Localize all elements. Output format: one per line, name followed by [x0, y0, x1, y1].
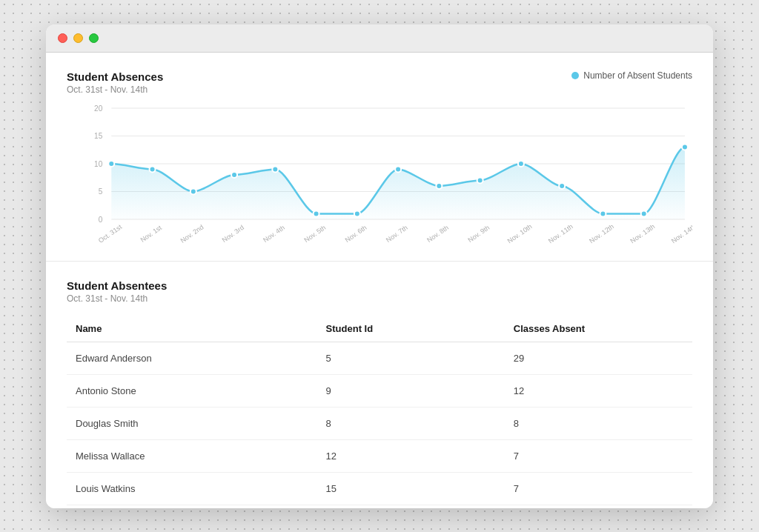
cell-classes-absent: 8 [505, 407, 692, 439]
table-title: Student Absentees [67, 279, 692, 292]
chart-legend: Number of Absent Students [571, 70, 692, 81]
table-row: Antonio Stone912 [67, 374, 692, 407]
svg-point-17 [395, 166, 401, 172]
svg-text:10: 10 [94, 160, 103, 168]
svg-text:Nov. 9th: Nov. 9th [467, 224, 491, 244]
col-header-id: Student Id [317, 316, 505, 342]
chart-section: Student Absences Oct. 31st - Nov. 14th N… [46, 53, 713, 262]
table-row: Douglas Smith88 [67, 407, 692, 439]
app-window: Student Absences Oct. 31st - Nov. 14th N… [46, 24, 713, 508]
svg-text:Nov. 13th: Nov. 13th [629, 222, 657, 245]
svg-text:Nov. 14th: Nov. 14th [670, 222, 692, 245]
svg-text:20: 20 [94, 104, 103, 113]
cell-classes-absent: 7 [505, 439, 692, 472]
svg-point-21 [559, 183, 565, 189]
cell-name: Antonio Stone [67, 374, 317, 407]
svg-text:Oct. 31st: Oct. 31st [97, 222, 124, 244]
cell-student-id: 8 [317, 407, 505, 439]
svg-point-23 [641, 210, 647, 216]
col-header-absent: Classes Absent [505, 316, 692, 342]
svg-text:Nov. 4th: Nov. 4th [262, 224, 286, 244]
col-header-name: Name [67, 316, 317, 342]
cell-classes-absent: 29 [505, 342, 692, 374]
table-wrapper[interactable]: Name Student Id Classes Absent Edward An… [67, 316, 692, 508]
svg-text:Nov. 8th: Nov. 8th [425, 224, 450, 244]
cell-name: Judith Mendoza [67, 505, 317, 508]
svg-text:Nov. 1st: Nov. 1st [139, 223, 164, 243]
table-row: Judith Mendoza66 [67, 505, 692, 508]
chart-title-group: Student Absences Oct. 31st - Nov. 14th [67, 70, 163, 95]
svg-text:Nov. 3rd: Nov. 3rd [221, 223, 245, 243]
svg-point-24 [682, 144, 688, 150]
title-bar [46, 24, 713, 53]
svg-point-11 [150, 166, 156, 172]
svg-text:Nov. 2nd: Nov. 2nd [179, 223, 205, 244]
svg-point-13 [231, 172, 237, 178]
svg-point-19 [477, 177, 483, 183]
svg-point-22 [600, 210, 606, 216]
svg-text:Nov. 5th: Nov. 5th [302, 224, 327, 244]
svg-text:Nov. 6th: Nov. 6th [344, 224, 368, 244]
header-row: Name Student Id Classes Absent [67, 316, 692, 342]
cell-student-id: 5 [317, 342, 505, 374]
cell-name: Louis Watkins [67, 472, 317, 505]
chart-area: 20 15 10 5 0 [67, 101, 692, 249]
svg-text:Nov. 10th: Nov. 10th [506, 222, 534, 245]
chart-subtitle: Oct. 31st - Nov. 14th [67, 84, 163, 95]
close-button[interactable] [58, 33, 67, 43]
svg-text:Nov. 7th: Nov. 7th [385, 224, 409, 244]
minimize-button[interactable] [73, 33, 83, 43]
svg-point-15 [314, 210, 319, 216]
line-chart: 20 15 10 5 0 [67, 101, 692, 249]
svg-text:Nov. 11th: Nov. 11th [547, 222, 574, 245]
svg-point-12 [190, 188, 196, 194]
table-title-group: Student Absentees Oct. 31st - Nov. 14th [67, 279, 692, 304]
table-row: Louis Watkins157 [67, 472, 692, 505]
table-section: Student Absentees Oct. 31st - Nov. 14th … [46, 262, 713, 508]
cell-student-id: 9 [317, 374, 505, 407]
svg-text:0: 0 [99, 216, 103, 224]
cell-student-id: 15 [317, 472, 505, 505]
cell-classes-absent: 12 [505, 374, 692, 407]
svg-point-14 [272, 166, 278, 172]
svg-text:5: 5 [99, 187, 103, 196]
svg-point-16 [354, 210, 360, 216]
maximize-button[interactable] [89, 33, 99, 43]
cell-student-id: 12 [317, 439, 505, 472]
legend-dot-icon [571, 72, 579, 79]
legend-label: Number of Absent Students [583, 70, 692, 81]
absentees-table: Name Student Id Classes Absent Edward An… [67, 316, 692, 508]
svg-text:Nov. 12th: Nov. 12th [588, 222, 615, 245]
cell-classes-absent: 7 [505, 472, 692, 505]
cell-name: Melissa Wallace [67, 439, 317, 472]
chart-header: Student Absences Oct. 31st - Nov. 14th N… [67, 70, 692, 95]
table-row: Edward Anderson529 [67, 342, 692, 374]
cell-name: Edward Anderson [67, 342, 317, 374]
table-body: Edward Anderson529Antonio Stone912Dougla… [67, 342, 692, 508]
table-header: Name Student Id Classes Absent [67, 316, 692, 342]
main-content: Student Absences Oct. 31st - Nov. 14th N… [46, 53, 713, 508]
svg-point-20 [518, 161, 524, 167]
svg-point-18 [436, 183, 442, 189]
cell-student-id: 6 [317, 505, 505, 508]
table-subtitle: Oct. 31st - Nov. 14th [67, 293, 692, 304]
cell-name: Douglas Smith [67, 407, 317, 439]
table-row: Melissa Wallace127 [67, 439, 692, 472]
svg-point-10 [108, 161, 114, 167]
svg-text:15: 15 [94, 132, 103, 140]
chart-title: Student Absences [67, 70, 163, 83]
cell-classes-absent: 6 [505, 505, 692, 508]
